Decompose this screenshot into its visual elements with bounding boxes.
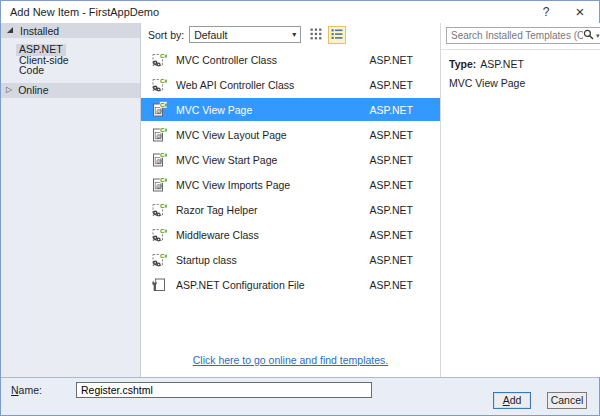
template-list: C#MVC Controller ClassASP.NETC#Web API C…	[141, 46, 440, 354]
online-link-row: Click here to go online and find templat…	[141, 354, 440, 368]
svg-text:C#: C#	[160, 101, 167, 108]
template-name: MVC View Page	[176, 104, 252, 116]
template-details: Type:ASP.NET MVC View Page	[441, 50, 600, 97]
sort-toolbar: Sort by: Default ▾	[141, 23, 440, 46]
add-new-item-dialog: Add New Item - FirstAppDemo ? × Installe…	[0, 0, 600, 416]
svg-text:C#: C#	[160, 227, 167, 234]
template-type: ASP.NET	[369, 79, 440, 91]
titlebar[interactable]: Add New Item - FirstAppDemo ? ×	[1, 1, 599, 23]
template-list-pane: Sort by: Default ▾	[141, 23, 441, 377]
template-item-row[interactable]: @C#MVC View Layout PageASP.NET	[141, 123, 440, 146]
template-type: ASP.NET	[369, 279, 440, 291]
template-item-row[interactable]: C#Middleware ClassASP.NET	[141, 223, 440, 246]
close-button[interactable]: ×	[573, 1, 587, 23]
dialog-title: Add New Item - FirstAppDemo	[1, 6, 159, 18]
svg-text:@: @	[156, 158, 162, 164]
tree-group-label: Online	[18, 84, 48, 96]
svg-text:@: @	[156, 133, 162, 139]
list-icon	[331, 28, 343, 42]
tree-item-code[interactable]: Code	[16, 65, 47, 77]
template-name: ASP.NET Configuration File	[176, 279, 305, 291]
chevron-down-icon: ▾	[292, 30, 296, 39]
config-file-icon	[150, 276, 167, 293]
tree-group-label: Installed	[20, 25, 59, 37]
template-name: MVC Controller Class	[176, 54, 277, 66]
list-view-button[interactable]	[328, 26, 346, 44]
installed-children: ASP.NET Client-side Code	[16, 43, 140, 75]
template-item-row[interactable]: C#MVC Controller ClassASP.NET	[141, 48, 440, 71]
template-item-row[interactable]: @C#MVC View PageASP.NET	[141, 98, 440, 121]
template-name: Web API Controller Class	[176, 79, 294, 91]
sort-by-label: Sort by:	[148, 29, 184, 41]
csharp-class-file-icon: C#	[150, 251, 167, 268]
template-name: Startup class	[176, 254, 237, 266]
template-type: ASP.NET	[369, 154, 440, 166]
svg-text:C#: C#	[160, 202, 167, 209]
template-type: ASP.NET	[369, 254, 440, 266]
template-item-row[interactable]: @C#MVC View Start PageASP.NET	[141, 148, 440, 171]
template-item-row[interactable]: @C#MVC View Imports PageASP.NET	[141, 173, 440, 196]
close-icon: ×	[576, 3, 585, 20]
search-box[interactable]: ▾	[446, 27, 600, 44]
razor-view-file-icon: @C#	[150, 126, 167, 143]
razor-view-file-icon: @C#	[150, 176, 167, 193]
template-item-row[interactable]: C#Razor Tag HelperASP.NET	[141, 198, 440, 221]
name-input[interactable]	[76, 382, 372, 398]
sort-dropdown[interactable]: Default ▾	[189, 26, 301, 43]
template-item-row[interactable]: ASP.NET Configuration FileASP.NET	[141, 273, 440, 296]
svg-text:@: @	[156, 108, 162, 114]
small-icons-view-button[interactable]	[307, 26, 325, 44]
search-row: ▾	[441, 23, 600, 50]
grid-icon	[310, 28, 322, 42]
svg-text:C#: C#	[160, 77, 167, 84]
template-name: Middleware Class	[176, 229, 259, 241]
category-tree: Installed ASP.NET Client-side Code ▷ Onl…	[1, 23, 141, 377]
template-item-row[interactable]: C#Web API Controller ClassASP.NET	[141, 73, 440, 96]
chevron-down-icon: ▾	[596, 32, 600, 40]
template-name: MVC View Layout Page	[176, 129, 287, 141]
razor-view-file-icon: @C#	[150, 101, 167, 118]
template-type: ASP.NET	[369, 104, 440, 116]
svg-text:C#: C#	[160, 176, 167, 183]
find-templates-link[interactable]: Click here to go online and find templat…	[193, 354, 389, 366]
type-value: ASP.NET	[480, 58, 524, 70]
dialog-body: Installed ASP.NET Client-side Code ▷ Onl…	[1, 23, 599, 377]
search-input[interactable]	[451, 30, 583, 41]
template-type: ASP.NET	[369, 54, 440, 66]
svg-text:@: @	[156, 183, 162, 189]
cancel-button[interactable]: Cancel	[547, 392, 587, 409]
details-pane: ▾ Type:ASP.NET MVC View Page	[441, 23, 600, 377]
razor-view-file-icon: @C#	[150, 151, 167, 168]
svg-text:C#: C#	[160, 52, 167, 59]
template-type: ASP.NET	[369, 129, 440, 141]
chevron-expanded-icon	[7, 27, 13, 33]
template-name: MVC View Imports Page	[176, 179, 290, 191]
template-type: ASP.NET	[369, 229, 440, 241]
help-icon: ?	[543, 5, 550, 19]
search-icon	[583, 29, 594, 42]
csharp-class-file-icon: C#	[150, 226, 167, 243]
template-description: MVC View Page	[449, 77, 600, 89]
csharp-class-file-icon: C#	[150, 51, 167, 68]
template-type: ASP.NET	[369, 204, 440, 216]
dialog-footer: Name: Add Cancel	[1, 377, 599, 415]
template-name: MVC View Start Page	[176, 154, 277, 166]
name-label: Name:	[11, 382, 76, 396]
csharp-class-file-icon: C#	[150, 201, 167, 218]
sort-value: Default	[194, 29, 227, 41]
tree-group-installed[interactable]: Installed	[1, 23, 140, 38]
svg-text:C#: C#	[160, 252, 167, 259]
template-type: ASP.NET	[369, 179, 440, 191]
add-button[interactable]: Add	[493, 392, 531, 409]
svg-text:C#: C#	[160, 126, 167, 133]
csharp-class-file-icon: C#	[150, 76, 167, 93]
type-label: Type:	[449, 58, 476, 70]
tree-group-online[interactable]: ▷ Online	[1, 83, 140, 98]
template-name: Razor Tag Helper	[176, 204, 258, 216]
help-button[interactable]: ?	[539, 1, 553, 23]
chevron-collapsed-icon: ▷	[6, 86, 12, 94]
svg-text:C#: C#	[160, 151, 167, 158]
template-item-row[interactable]: C#Startup classASP.NET	[141, 248, 440, 271]
